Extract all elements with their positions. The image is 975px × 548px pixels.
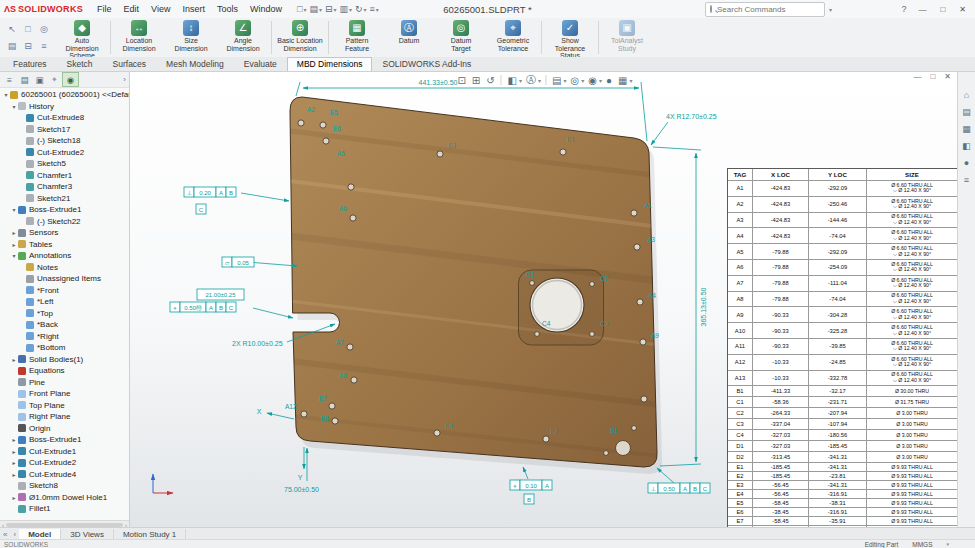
bottom-nav-icon[interactable]: ‹ [10, 530, 19, 539]
tree-item-sketch8[interactable]: Sketch8 [0, 480, 129, 492]
select-icon[interactable]: ↖ [4, 20, 20, 37]
hole[interactable] [634, 244, 640, 250]
appearances-icon[interactable]: ● [964, 158, 969, 168]
hole-label-e4[interactable]: E4 [445, 422, 453, 429]
hole-label-e1[interactable]: E1 [567, 136, 575, 143]
hole[interactable] [590, 282, 595, 287]
hole-table-row-a12[interactable]: A12-10.33-24.85Ø 6.60 THRU ALL⌵ Ø 12.40 … [728, 355, 957, 371]
tab-mesh-modeling[interactable]: Mesh Modeling [156, 57, 234, 71]
hole[interactable] [530, 281, 535, 286]
tree-item-cut-extrude8[interactable]: Cut-Extrude8 [0, 112, 129, 124]
menu-file[interactable]: File [91, 2, 118, 16]
hole-table-row-a7[interactable]: A7-79.88-111.04Ø 6.60 THRU ALL⌵ Ø 12.40 … [728, 276, 957, 292]
zoom-area-icon[interactable]: ⊞ [470, 75, 482, 86]
hole-label-a1[interactable]: A1 [644, 202, 652, 209]
hole-table-row-a3[interactable]: A3-424.83-144.46Ø 6.60 THRU ALL⌵ Ø 12.40… [728, 213, 957, 229]
hole-table-row-d1[interactable]: D1-327.03-185.45Ø 3.00 THRU [728, 441, 957, 452]
hole-label-b1[interactable]: B1 [610, 427, 618, 434]
graphics-viewport[interactable]: A2E5E6A5A6E3E1A1A3A4A9A7A8E7E8A12E4E2B1C… [130, 72, 958, 528]
hole-label-c4[interactable]: C4 [542, 320, 551, 327]
hole-table-row-e4[interactable]: E4-56.45-316.91Ø 9.93 THRU ALL [728, 490, 957, 499]
hole-table-row-a2[interactable]: A2-424.83-250.46Ø 6.60 THRU ALL⌵ Ø 12.40… [728, 197, 957, 213]
hole-label-a7[interactable]: A7 [336, 339, 344, 346]
hole[interactable] [590, 332, 595, 337]
tree-item-equations[interactable]: Equations [0, 365, 129, 377]
configurationmanager-tab[interactable]: ▣ [32, 73, 47, 86]
hole[interactable] [637, 299, 643, 305]
display-style-icon-caret[interactable]: ▾ [581, 77, 584, 84]
tree-expand-icon[interactable]: ▾ [10, 252, 18, 259]
hole[interactable] [350, 215, 356, 221]
resources-icon[interactable]: ⌂ [964, 90, 969, 100]
close-button[interactable]: ✕ [952, 4, 973, 15]
hole-table-row-a10[interactable]: A10-90.33-325.28Ø 6.60 THRU ALL⌵ Ø 12.40… [728, 323, 957, 339]
hole-label-e2[interactable]: E2 [550, 428, 558, 435]
tree-item-right-plane[interactable]: Right Plane [0, 411, 129, 423]
menu-view[interactable]: View [145, 2, 176, 16]
section-view-icon-caret[interactable]: ▾ [519, 77, 522, 84]
dimension-text[interactable]: 2X R10.00±0.25 [232, 340, 283, 347]
hole-table-row-e3[interactable]: E3-56.45-341.31Ø 9.93 THRU ALL [728, 481, 957, 490]
tree-expand-icon[interactable]: ▾ [10, 206, 18, 213]
maximize-button[interactable]: □ [933, 4, 952, 15]
tree-expand-icon[interactable]: ▸ [10, 459, 18, 466]
help-icon[interactable]: ? [896, 3, 911, 15]
size-dimension-button[interactable]: ↕SizeDimension [165, 18, 217, 57]
menu-insert[interactable]: Insert [176, 2, 211, 16]
previous-view-icon[interactable]: ↺ [484, 75, 496, 86]
tree-item-history[interactable]: ▾History [0, 101, 129, 113]
edit-appearance-icon[interactable]: ● [604, 75, 614, 86]
hole-table-row-e6[interactable]: E6-38.45-316.91Ø 9.93 THRU ALL [728, 508, 957, 517]
tree-item--sketch18[interactable]: (-) Sketch18 [0, 135, 129, 147]
search-caret-icon[interactable]: ▾ [829, 6, 832, 13]
hide-show-items-icon-caret[interactable]: ▾ [599, 77, 602, 84]
doc-restore-icon[interactable]: □ [926, 72, 939, 81]
hole-table-row-c2[interactable]: C2-264.33-207.94Ø 3.00 THRU [728, 408, 957, 419]
hole-table-row-c4[interactable]: C4-327.03-180.56Ø 3.00 THRU [728, 430, 957, 441]
hole-label-c3[interactable]: C3 [600, 320, 609, 327]
doc-close-icon[interactable]: ✕ [940, 72, 955, 81]
hole-table-row-a8[interactable]: A8-79.88-74.04Ø 6.60 THRU ALL⌵ Ø 12.40 X… [728, 292, 957, 308]
hole[interactable] [641, 396, 647, 402]
hole[interactable] [631, 210, 637, 216]
hole-label-a3[interactable]: A3 [647, 236, 655, 243]
offset-icon[interactable]: ≡ [36, 37, 52, 54]
tree-item-boss-extrude1[interactable]: ▾Boss-Extrude1 [0, 204, 129, 216]
tree-item-annotations[interactable]: ▾Annotations [0, 250, 129, 262]
hole[interactable] [535, 332, 540, 337]
tree-item--back[interactable]: *Back [0, 319, 129, 331]
hole-label-a9[interactable]: A9 [651, 332, 659, 339]
show-tolerance-status-button[interactable]: ✓ShowToleranceStatus [544, 18, 596, 57]
featuremanager-tab[interactable]: ≡ [2, 73, 17, 86]
datum-target-button[interactable]: ◎DatumTarget [435, 18, 487, 57]
tree-item-chamfer1[interactable]: Chamfer1 [0, 170, 129, 182]
hole[interactable] [604, 451, 609, 456]
hole-label-e5[interactable]: E5 [330, 109, 338, 116]
basic-location-dimension-button[interactable]: ⊕Basic LocationDimension [274, 18, 326, 57]
hole-table-row-a13[interactable]: A13-10.33-332.78Ø 6.60 THRU ALL⌵ Ø 12.40… [728, 371, 957, 387]
hole-table-row-e5[interactable]: E5-58.45-38.31Ø 9.93 THRU ALL [728, 499, 957, 508]
datum-button[interactable]: ⒶDatum [383, 18, 435, 57]
dimension-text[interactable]: X [257, 408, 262, 415]
location-dimension-button[interactable]: ↔LocationDimension [113, 18, 165, 57]
hole-label-e8[interactable]: E8 [321, 415, 329, 422]
hole-table-row-b1[interactable]: B1-411.33-32.17Ø 30.00 THRU [728, 386, 957, 397]
dimension-text[interactable]: 4X R12.70±0.25 [666, 113, 717, 120]
tree-item--bottom[interactable]: *Bottom [0, 342, 129, 354]
hole-label-a6[interactable]: A6 [339, 205, 347, 212]
menu-edit[interactable]: Edit [118, 2, 146, 16]
menu-window[interactable]: Window [244, 2, 288, 16]
search-box[interactable]: ▾ [705, 2, 825, 17]
dimension-text[interactable]: 365.13±0.50 [700, 287, 707, 326]
hole[interactable] [351, 377, 357, 383]
section-view-icon[interactable]: ◧ [506, 75, 519, 86]
tree-item-60265001-60265001-default-disp[interactable]: ▾60265001 (60265001) <<Default>_Display [0, 89, 129, 101]
tree-expand-icon[interactable]: ▸ [10, 229, 18, 236]
hole[interactable] [347, 344, 353, 350]
dimxpertmanager-tab[interactable]: ⌖ [47, 73, 62, 86]
hole-table-row-a9[interactable]: A9-90.33-304.28Ø 6.60 THRU ALL⌵ Ø 12.40 … [728, 307, 957, 323]
hole[interactable] [560, 149, 566, 155]
view-orientation-icon[interactable]: ▤ [550, 75, 563, 86]
bottom-tab-motion-study-1[interactable]: Motion Study 1 [114, 529, 186, 540]
bottom-tab-model[interactable]: Model [19, 529, 61, 540]
